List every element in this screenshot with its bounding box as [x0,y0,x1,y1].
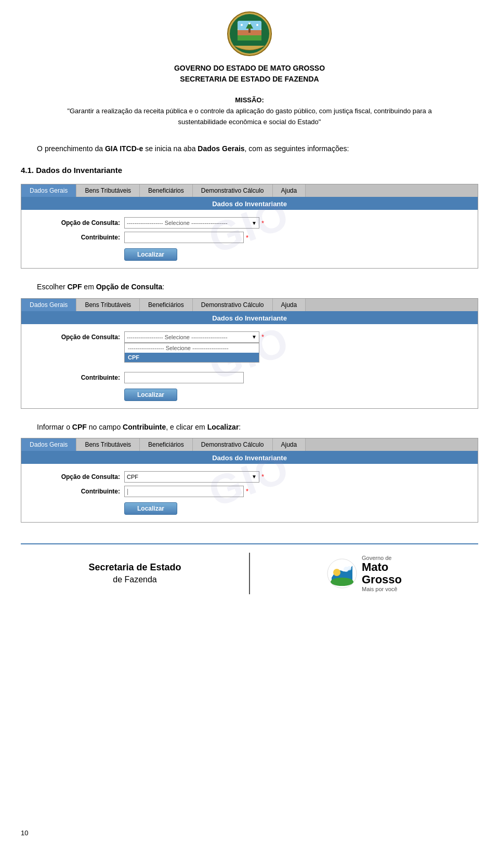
label-opcao-3: Opção de Consulta: [27,473,120,480]
mission-text: "Garantir a realização da receita públic… [67,107,431,126]
instruction-2: Informar o CPF no campo Contribuinte, e … [21,421,478,433]
tab-bens-tributaveis-3[interactable]: Bens Tributáveis [76,438,140,451]
intro-paragraph: O preenchimento da GIA ITCD-e se inicia … [21,143,478,155]
section-heading: 4.1. Dados do Inventariante [21,166,478,175]
required-star-contribuinte-1: * [246,234,248,242]
mg-state-name: Mato Grosso [362,561,402,586]
tab-beneficiarios-1[interactable]: Beneficiários [140,184,193,197]
tab-dados-gerais-2[interactable]: Dados Gerais [21,299,76,311]
form-row-contribuinte-1: Contribuinte: * [27,232,472,243]
select-opcao-3[interactable]: CPF ▼ [124,471,259,483]
instruction-1: Escolher CPF em Opção de Consulta: [21,281,478,292]
select-opcao-1[interactable]: ------------------- Selecione ----------… [124,217,259,229]
label-opcao-1: Opção de Consulta: [27,219,120,226]
required-star-opcao-1: * [261,219,264,227]
btn-localizar-2[interactable]: Localizar [124,389,177,401]
mato-grosso-logo: Governo de Mato Grosso Mais por você [250,555,478,592]
panel-title-1: Dados do Inventariante [21,198,478,210]
required-star-opcao-3: * [261,473,264,480]
page-header: GOVERNO DO ESTADO DE MATO GROSSO SECRETA… [21,10,478,85]
form-row-opcao-3: Opção de Consulta: CPF ▼ * [27,471,472,483]
tab-beneficiarios-3[interactable]: Beneficiários [140,438,193,451]
tab-ajuda-1[interactable]: Ajuda [273,184,306,197]
tab-bar-1: Dados Gerais Bens Tributáveis Beneficiár… [21,184,478,198]
mg-slogan: Mais por você [362,586,402,592]
tab-bens-tributaveis-1[interactable]: Bens Tributáveis [76,184,140,197]
svg-point-9 [256,24,258,26]
svg-point-14 [333,569,340,576]
label-opcao-2: Opção de Consulta: [27,333,120,341]
label-contribuinte-2: Contribuinte: [27,374,120,381]
tab-demonstrativo-3[interactable]: Demonstrativo Cálculo [193,438,273,451]
footer-mato-grosso: Governo de Mato Grosso Mais por você [250,555,478,592]
tab-beneficiarios-2[interactable]: Beneficiários [140,299,193,311]
form-area-3: Opção de Consulta: CPF ▼ * Contribuinte:… [21,464,478,522]
form-row-contribuinte-3: Contribuinte: * [27,486,472,497]
form-row-contribuinte-2: Contribuinte: [27,372,472,383]
select-opcao-text-3: CPF [127,474,250,480]
tab-demonstrativo-2[interactable]: Demonstrativo Cálculo [193,299,273,311]
tab-ajuda-3[interactable]: Ajuda [273,438,306,451]
select-opcao-text-2: ------------------- Selecione ----------… [127,334,250,340]
dropdown-opcao-2[interactable]: ------------------- Selecione ----------… [124,331,259,343]
btn-localizar-3[interactable]: Localizar [124,502,177,515]
svg-point-8 [241,24,243,26]
page-number: 10 [21,829,28,837]
panel-title-3: Dados do Inventariante [21,452,478,464]
tab-dados-gerais-1[interactable]: Dados Gerais [21,184,76,197]
form-row-opcao-1: Opção de Consulta: ------------------- S… [27,217,472,229]
coat-of-arms-icon [226,10,273,60]
mato-grosso-icon [326,558,358,589]
input-contribuinte-3[interactable] [124,486,244,497]
input-contribuinte-1[interactable] [124,232,244,243]
page-footer: Secretaria de Estado de Fazenda [21,543,478,594]
svg-point-10 [248,22,251,24]
tab-dados-gerais-3[interactable]: Dados Gerais [21,438,76,451]
mg-text-block: Governo de Mato Grosso Mais por você [362,555,402,592]
panel-title-2: Dados do Inventariante [21,312,478,324]
svg-point-16 [347,566,351,570]
form-area-2: Opção de Consulta: ------------------- S… [21,324,478,408]
ui-panel-3: GIO Dados Gerais Bens Tributáveis Benefi… [21,438,478,523]
header-title: GOVERNO DO ESTADO DE MATO GROSSO SECRETA… [21,63,478,85]
tab-bar-2: Dados Gerais Bens Tributáveis Beneficiár… [21,299,478,312]
form-row-opcao-2: Opção de Consulta: ------------------- S… [27,331,472,343]
dropdown-item-cpf-2[interactable]: CPF [125,353,259,362]
chevron-down-icon-1: ▼ [252,220,257,226]
footer-brand-name: Secretaria de Estado de Fazenda [21,562,249,586]
svg-point-13 [331,578,353,586]
tab-bens-tributaveis-2[interactable]: Bens Tributáveis [76,299,140,311]
footer-sefaz: Secretaria de Estado de Fazenda [21,562,249,586]
svg-rect-7 [248,29,251,33]
form-area-1: Opção de Consulta: ------------------- S… [21,210,478,268]
required-star-opcao-2: * [261,333,264,341]
select-opcao-2[interactable]: ------------------- Selecione ----------… [124,331,259,343]
ui-panel-2: GIO Dados Gerais Bens Tributáveis Benefi… [21,298,478,409]
chevron-down-icon-2: ▼ [252,334,257,340]
mission-section: MISSÃO: "Garantir a realização da receit… [55,95,444,127]
btn-localizar-1[interactable]: Localizar [124,248,177,261]
svg-rect-5 [238,35,261,41]
dropdown-menu-2: ------------------- Selecione ----------… [124,343,259,363]
dropdown-item-selecione-2[interactable]: ------------------- Selecione ----------… [125,343,259,353]
chevron-down-icon-3: ▼ [252,474,257,479]
required-star-contribuinte-3: * [246,487,248,495]
tab-demonstrativo-1[interactable]: Demonstrativo Cálculo [193,184,273,197]
select-opcao-text-1: ------------------- Selecione ----------… [127,220,250,226]
ui-panel-1: GIO Dados Gerais Bens Tributáveis Benefi… [21,184,478,269]
label-contribuinte-3: Contribuinte: [27,488,120,495]
tab-bar-3: Dados Gerais Bens Tributáveis Beneficiár… [21,438,478,452]
label-contribuinte-1: Contribuinte: [27,234,120,241]
mission-label: MISSÃO: [235,96,264,104]
tab-ajuda-2[interactable]: Ajuda [273,299,306,311]
input-contribuinte-2[interactable] [124,372,244,383]
